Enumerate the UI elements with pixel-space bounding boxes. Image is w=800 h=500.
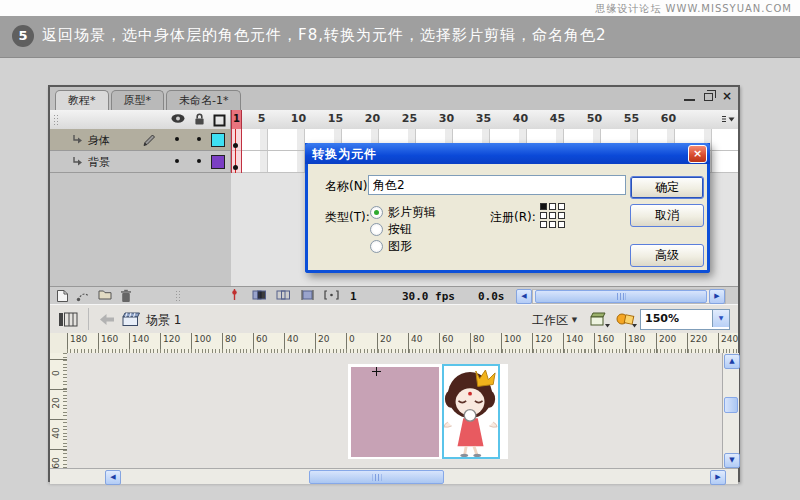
frame-number[interactable]: 5: [243, 112, 280, 125]
timeline-header: 1 51015202530354045505560: [50, 110, 738, 130]
scroll-right-icon[interactable]: ▶: [710, 470, 726, 485]
frame-number[interactable]: 45: [539, 112, 576, 125]
horizontal-scrollbar[interactable]: ◀ ▶: [50, 468, 738, 484]
zoom-dropdown-icon[interactable]: ▼: [712, 310, 729, 327]
symbol-type-option[interactable]: 按钮: [370, 223, 436, 236]
back-arrow-icon[interactable]: [100, 314, 114, 325]
horizontal-scrollbar-thumb[interactable]: [309, 470, 444, 484]
document-tab[interactable]: 教程*: [55, 90, 109, 110]
scroll-down-icon[interactable]: ▼: [724, 453, 740, 468]
insert-layer-icon[interactable]: [56, 289, 69, 303]
frame-number[interactable]: 25: [391, 112, 428, 125]
current-frame-value: 1: [350, 290, 357, 303]
scroll-left-icon[interactable]: ◀: [105, 470, 121, 485]
close-icon[interactable]: ×: [722, 91, 733, 101]
keyframe-dot[interactable]: [233, 143, 238, 148]
symbol-type-options: 影片剪辑 按钮 图形: [370, 206, 436, 253]
timeline-toggle-icon[interactable]: [58, 312, 78, 327]
frame-number[interactable]: 15: [317, 112, 354, 125]
layer-name: 身体: [88, 133, 110, 148]
document-tab[interactable]: 原型*: [111, 90, 165, 110]
playhead-frame-indicator[interactable]: 1: [231, 110, 242, 129]
edit-multiple-frames-icon[interactable]: [300, 289, 315, 301]
frame-number[interactable]: 40: [502, 112, 539, 125]
character-artwork: [444, 366, 498, 457]
registration-grid[interactable]: [540, 203, 567, 230]
symbol-type-option[interactable]: 图形: [370, 240, 436, 253]
controls-gripper-icon[interactable]: [175, 290, 182, 301]
outline-view-icon[interactable]: [213, 114, 226, 127]
frame-number[interactable]: 50: [576, 112, 613, 125]
layer-icon: [72, 134, 84, 145]
timeline-scroll-right-icon[interactable]: ▶: [709, 289, 725, 304]
step-instruction-text: 返回场景，选中身体层的角色元件，F8,转换为元件，选择影片剪辑，命名角色2: [42, 26, 606, 45]
frame-number[interactable]: 10: [280, 112, 317, 125]
radio-icon: [370, 223, 383, 236]
panel-menu-icon[interactable]: [722, 115, 735, 124]
layer-row[interactable]: 背景: [50, 151, 231, 173]
background-rectangle[interactable]: [351, 367, 439, 457]
canvas-area[interactable]: [67, 353, 722, 468]
edit-symbol-icon[interactable]: [616, 312, 638, 328]
layer-outline-swatch[interactable]: [211, 133, 225, 147]
frame-number[interactable]: 60: [650, 112, 687, 125]
document-tabbar: 教程*原型*未命名-1* ×: [50, 87, 738, 111]
motion-guide-icon[interactable]: [76, 289, 90, 302]
document-tabs: 教程*原型*未命名-1*: [55, 90, 241, 110]
ruler-corner: [50, 333, 68, 354]
radio-icon: [370, 206, 383, 219]
edit-scene-icon[interactable]: [590, 312, 611, 328]
keyframe-dot[interactable]: [233, 165, 238, 170]
timeline-scrollbar-thumb[interactable]: [535, 290, 707, 303]
panel-gripper-icon[interactable]: [53, 114, 60, 125]
frame-number[interactable]: 55: [613, 112, 650, 125]
timeline-scroll-left-icon[interactable]: ◀: [516, 289, 532, 304]
insert-folder-icon[interactable]: [98, 289, 112, 300]
restore-icon[interactable]: [704, 93, 713, 101]
show-hide-eye-icon[interactable]: [171, 113, 185, 124]
layer-row[interactable]: 身体: [50, 129, 231, 151]
scroll-up-icon[interactable]: ▲: [724, 354, 740, 369]
onion-skin-outlines-icon[interactable]: [276, 289, 291, 301]
radio-icon: [370, 240, 383, 253]
frame-number[interactable]: 30: [428, 112, 465, 125]
cancel-button[interactable]: 取消: [630, 204, 704, 227]
layer-visible-dot[interactable]: [175, 159, 179, 163]
step-number-badge: 5: [12, 25, 34, 47]
onion-skin-icon[interactable]: [252, 289, 267, 301]
vertical-scrollbar[interactable]: ▲ ▼: [722, 353, 739, 468]
advanced-button[interactable]: 高级: [630, 244, 704, 267]
stage[interactable]: [348, 364, 508, 459]
layer-list: 身体 背景: [50, 129, 231, 173]
selected-symbol-bounding-box[interactable]: [442, 364, 500, 459]
crosshair-cursor: [372, 367, 381, 376]
layer-list-empty-area: [50, 173, 231, 286]
delete-layer-icon[interactable]: [120, 289, 132, 303]
layer-outline-swatch[interactable]: [211, 155, 225, 169]
layer-lock-dot[interactable]: [197, 159, 201, 163]
workspace-button[interactable]: 工作区 ▼: [532, 312, 577, 329]
symbol-name-input[interactable]: [368, 175, 626, 195]
frame-number[interactable]: 35: [465, 112, 502, 125]
dialog-titlebar[interactable]: 转换为元件 ×: [305, 143, 710, 164]
elapsed-time-value: 0.0s: [478, 290, 505, 303]
lock-icon[interactable]: [194, 113, 205, 126]
symbol-type-option[interactable]: 影片剪辑: [370, 206, 436, 219]
scene-name[interactable]: 场景 1: [146, 312, 181, 329]
layer-lock-dot[interactable]: [197, 137, 201, 141]
modify-markers-icon[interactable]: [324, 289, 339, 301]
edit-bar: 场景 1 工作区 ▼ 150% ▼: [50, 304, 738, 335]
center-frame-icon[interactable]: [230, 289, 239, 302]
document-tab[interactable]: 未命名-1*: [166, 90, 241, 110]
frame-rate-value[interactable]: 30.0 fps: [402, 290, 455, 303]
step-instruction-bar: 5 返回场景，选中身体层的角色元件，F8,转换为元件，选择影片剪辑，命名角色2: [0, 16, 800, 58]
layer-name: 背景: [88, 155, 110, 170]
ok-button[interactable]: 确定: [630, 176, 704, 199]
layer-visible-dot[interactable]: [175, 137, 179, 141]
layer-icon: [72, 156, 84, 167]
frame-number[interactable]: 20: [354, 112, 391, 125]
vertical-scrollbar-thumb[interactable]: [724, 397, 738, 413]
minimize-icon[interactable]: [684, 91, 695, 101]
zoom-level-combobox[interactable]: 150% ▼: [640, 309, 730, 330]
dialog-close-icon[interactable]: ×: [688, 145, 707, 163]
